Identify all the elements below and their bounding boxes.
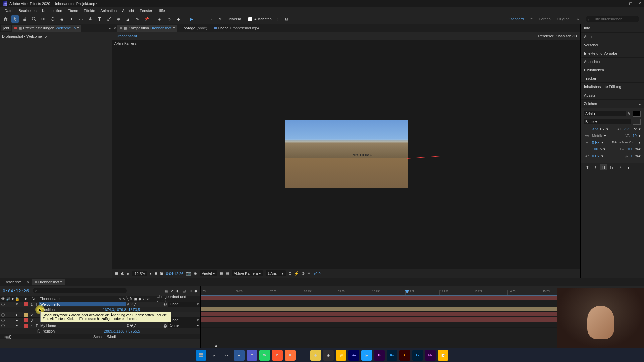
superscript-button[interactable]: T¹ [616, 164, 623, 170]
workspace-menu-icon[interactable]: ≡ [530, 17, 532, 21]
layer-label-color[interactable] [24, 318, 28, 322]
camera-tool[interactable]: ◉ [58, 15, 66, 23]
photoshop-icon[interactable]: Ps [387, 350, 397, 361]
tl-comp-icon[interactable]: ▦ [165, 289, 168, 293]
view-axis-icon[interactable]: ◆ [175, 15, 182, 23]
stroke-width-input[interactable]: 0 Px [592, 140, 599, 144]
vc-guides-icon[interactable]: ▤ [226, 271, 229, 276]
zoom-out-icon[interactable]: — [203, 343, 207, 347]
menu-bearbeiten[interactable]: Bearbeiten [16, 8, 39, 13]
local-axis-icon[interactable]: ◈ [156, 15, 163, 23]
layer-row-2[interactable]: Stoppuhrsymbol: Aktiviert oder deaktivie… [0, 312, 200, 318]
bold-button[interactable]: T [584, 164, 591, 170]
puppet-tool[interactable]: 📌 [143, 15, 150, 23]
vc-grid-icon[interactable]: ▦ [115, 271, 118, 276]
baseline-input[interactable]: 0 Px [592, 154, 599, 158]
parent-dropdown[interactable]: Ohne▾ [168, 318, 200, 323]
effect-controls-tab[interactable]: ▦ Effekteinstellungen Welcome To ≡ [12, 25, 81, 32]
nr-column[interactable]: Nr. [32, 297, 38, 301]
audio-column-icon[interactable]: 🔊 [6, 297, 11, 301]
comp-tab-close-icon[interactable]: × [114, 26, 116, 30]
tl-chart-icon[interactable]: ⊞ [189, 289, 192, 293]
twirl-icon[interactable]: ▸ [16, 313, 18, 317]
twirl-icon[interactable]: ▸ [16, 318, 18, 322]
switches-modes-toggle[interactable]: Schalter/Modi [93, 335, 116, 339]
footage-tab[interactable]: Footage (ohne) [179, 25, 210, 31]
allcaps-button[interactable]: TT [600, 164, 607, 170]
position-value[interactable]: 1674,3,1079,8,-1873,5 [103, 308, 200, 312]
rect-tool[interactable]: ▭ [77, 15, 85, 23]
close-button[interactable]: ✕ [638, 1, 641, 6]
illustrator-icon[interactable]: Ai [399, 350, 410, 361]
info-panel-header[interactable]: Info [581, 24, 644, 33]
vc-alpha-icon[interactable]: ∞ [127, 272, 130, 276]
menu-fenster[interactable]: Fenster [137, 8, 155, 13]
snap-icon[interactable]: ⊹ [274, 15, 281, 23]
renderer-select[interactable]: Klassisch 3D [555, 34, 577, 38]
parent-dropdown[interactable]: Ohne▾ [168, 323, 200, 328]
lock-column-icon[interactable]: 🔒 [15, 297, 20, 301]
app-icon-1[interactable]: ◉ [310, 350, 321, 361]
name-column[interactable]: Ebenenname [38, 297, 118, 301]
box-icon[interactable]: ▭ [207, 15, 214, 23]
pen-tool[interactable] [87, 15, 94, 23]
start-button[interactable] [196, 350, 206, 361]
add-icon[interactable]: + [197, 15, 205, 23]
vc-channel-icon[interactable]: ◉ [194, 271, 197, 276]
twirl-icon[interactable]: ▾ [16, 302, 18, 306]
composition-tab[interactable]: ▦ Komposition Drohnenshot ≡ [117, 25, 177, 32]
workspace-more-icon[interactable]: » [577, 17, 579, 21]
tl-blur-icon[interactable]: ◐ [176, 289, 180, 293]
anchor-tool[interactable]: ✦ [68, 15, 75, 23]
tl-toggle-icon[interactable]: ⊞ [3, 335, 6, 339]
content-fill-header[interactable]: Inhaltsbasierte Füllung [581, 83, 644, 91]
tl-frame-icon[interactable]: ▦ [6, 335, 9, 339]
libraries-panel-header[interactable]: Bibliotheken [581, 66, 644, 74]
layer-row-1[interactable]: ▾ 1 T Welcome To ⊛※╱ @Ohne▾ [0, 302, 200, 307]
notes-icon[interactable]: 📝 [438, 350, 448, 361]
quality-dropdown[interactable]: Viertel ▾ [200, 270, 217, 276]
text-tool[interactable]: T [96, 15, 103, 23]
align-panel-header[interactable]: Ausrichten [581, 58, 644, 66]
task-view-icon[interactable]: ▭ [221, 350, 232, 361]
tl-graph-icon[interactable]: ▤ [182, 289, 186, 293]
panel-menu-icon[interactable]: ≡ [639, 102, 641, 106]
current-timecode[interactable]: 0:04:12:26 [3, 288, 29, 293]
menu-animation[interactable]: Animation [98, 8, 119, 13]
vc-res-icon[interactable]: ⊞ [154, 271, 157, 276]
subscript-button[interactable]: T₁ [624, 164, 631, 170]
stroke-color-swatch[interactable] [633, 119, 641, 125]
teams-icon[interactable]: T [247, 350, 257, 361]
vc-safe-icon[interactable]: ▣ [160, 271, 163, 276]
solo-column-icon[interactable]: ● [12, 297, 14, 301]
vc-fast-icon[interactable]: ⚡ [294, 271, 299, 276]
visibility-toggle[interactable] [1, 303, 5, 306]
rotate-tool[interactable] [49, 15, 56, 23]
timeline-tab-menu-icon[interactable]: ≡ [60, 280, 62, 284]
timeline-search[interactable]: ⌕ [33, 288, 127, 293]
workspace-lernen[interactable]: Lernen [539, 17, 551, 21]
preview-panel-header[interactable]: Vorschau [581, 41, 644, 49]
tracker-panel-header[interactable]: Tracker [581, 74, 644, 83]
stopwatch-button[interactable] [37, 329, 40, 333]
layer-label-color[interactable] [24, 302, 28, 306]
vc-exposure-value[interactable]: +0,0 [313, 272, 321, 276]
layer-tab[interactable]: Ebene Drohnenshot.mp4 [211, 25, 262, 31]
menu-ebene[interactable]: Ebene [65, 8, 81, 13]
workspace-standard[interactable]: Standard [509, 17, 524, 21]
camera-dropdown[interactable]: Aktive Kamera ▾ [232, 270, 263, 276]
after-effects-icon[interactable]: Ae [348, 350, 359, 361]
layer-row-4[interactable]: ▾ 4 T My Home ⊛※╱ @Ohne▾ [0, 323, 200, 328]
visibility-toggle[interactable] [1, 319, 5, 322]
downloads-icon[interactable]: ↓ [298, 350, 308, 361]
obs-icon[interactable]: ◉ [323, 350, 334, 361]
layer-name[interactable]: Welcome To [39, 302, 126, 306]
menu-effekte[interactable]: Effekte [81, 8, 98, 13]
vc-timecode[interactable]: 0:04:12:26 [166, 272, 183, 276]
fill-over-dropdown[interactable]: Fläche über Kon... [612, 141, 637, 144]
font-size-input[interactable]: 373 [592, 127, 598, 131]
twirl-icon[interactable]: ▾ [16, 323, 18, 328]
vc-color-icon[interactable]: ⊛ [302, 271, 305, 276]
vc-mask-icon[interactable]: ◐ [121, 271, 124, 276]
visibility-toggle[interactable] [1, 324, 5, 327]
